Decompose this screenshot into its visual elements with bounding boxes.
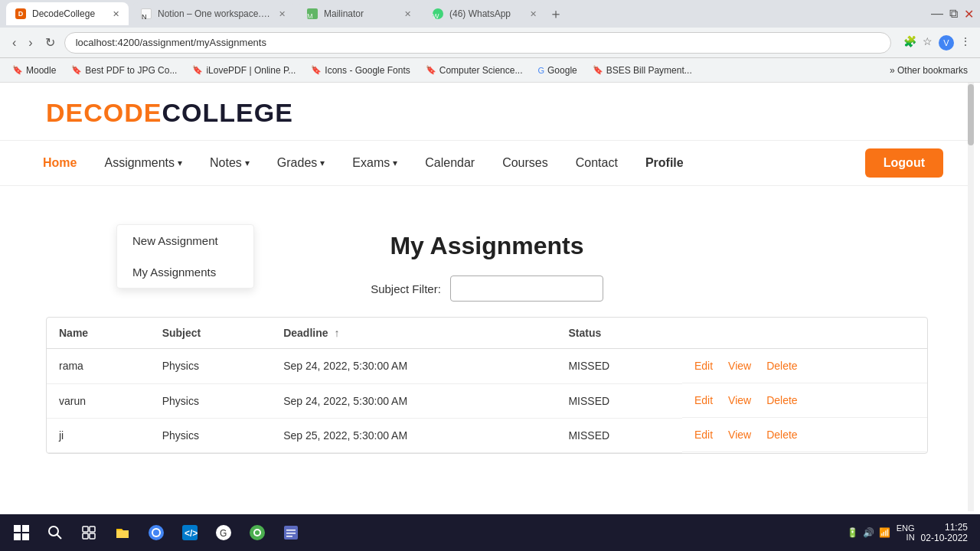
view-button[interactable]: View: [722, 360, 757, 372]
cell-actions: Edit View Delete: [682, 349, 927, 383]
delete-button[interactable]: Delete: [760, 394, 803, 406]
nav-grades-arrow: ▾: [320, 158, 325, 168]
cell-name: rama: [47, 349, 150, 384]
table-row: varun Physics Sep 24, 2022, 5:30:00 AM M…: [47, 383, 927, 418]
bookmark-cs-icon: 🔖: [426, 65, 436, 75]
taskbar-clock[interactable]: 11:25 02-10-2022: [921, 522, 968, 543]
nav-contact[interactable]: Contact: [564, 150, 630, 176]
taskbar-chrome-green[interactable]: [242, 517, 273, 548]
browser-tab-3[interactable]: M Mailinator ✕: [298, 2, 420, 25]
logo: DECODE COLLEGE: [46, 98, 928, 128]
taskbar: </> G: [0, 514, 980, 551]
table-row: rama Physics Sep 24, 2022, 5:30:00 AM MI…: [47, 349, 927, 384]
taskbar-vscode[interactable]: </>: [175, 517, 205, 548]
taskbar-sys-icons: 🔋 🔊 📶: [847, 527, 890, 538]
browser-tab-1-close[interactable]: ✕: [113, 9, 119, 19]
browser-tab-4-title: (46) WhatsApp: [449, 8, 511, 19]
nav-notes[interactable]: Notes ▾: [198, 150, 262, 176]
taskbar-notes[interactable]: [276, 517, 306, 548]
menu-icon[interactable]: ⋮: [960, 35, 971, 51]
edit-button[interactable]: Edit: [688, 394, 719, 406]
logo-college: COLLEGE: [162, 98, 292, 128]
nav-home[interactable]: Home: [31, 150, 89, 176]
cell-name: ji: [47, 418, 150, 452]
bookmark-icon[interactable]: ☆: [923, 35, 933, 51]
bookmark-pdf[interactable]: 🔖 Best PDF to JPG Co...: [65, 64, 183, 77]
nav-assignments-arrow: ▾: [178, 158, 182, 168]
address-bar-row: ‹ › ↻ localhost:4200/assignment/myAssign…: [0, 28, 980, 58]
battery-icon: 🔋: [847, 527, 858, 538]
taskbar-chrome[interactable]: [141, 517, 172, 548]
nav-courses[interactable]: Courses: [490, 150, 560, 176]
svg-rect-23: [286, 536, 292, 537]
delete-button[interactable]: Delete: [760, 360, 803, 372]
svg-point-19: [255, 530, 260, 535]
bookmark-icons-icon: 🔖: [311, 65, 322, 75]
close-icon[interactable]: ✕: [964, 7, 974, 21]
cell-deadline: Sep 24, 2022, 5:30:00 AM: [271, 349, 556, 384]
svg-rect-22: [286, 533, 296, 534]
taskbar-files[interactable]: [107, 517, 138, 548]
edit-button[interactable]: Edit: [688, 429, 719, 441]
dropdown-my-assignments[interactable]: My Assignments: [117, 256, 253, 288]
nav-calendar[interactable]: Calendar: [413, 150, 487, 176]
profile-avatar[interactable]: V: [939, 35, 954, 51]
svg-rect-7: [90, 527, 95, 532]
edit-button[interactable]: Edit: [688, 360, 719, 372]
extensions-icon[interactable]: 🧩: [903, 35, 916, 51]
assignments-dropdown: New Assignment My Assignments: [116, 224, 254, 289]
new-tab-button[interactable]: ＋: [549, 5, 563, 23]
cell-deadline: Sep 25, 2022, 5:30:00 AM: [271, 418, 556, 452]
forward-button[interactable]: ›: [25, 33, 35, 53]
cell-name: varun: [47, 383, 150, 418]
start-button[interactable]: [6, 517, 37, 548]
cell-subject: Physics: [150, 349, 272, 384]
scrollbar[interactable]: [968, 83, 974, 511]
sort-arrow-icon: ↑: [334, 327, 339, 339]
bookmark-moodle-label: Moodle: [26, 65, 56, 76]
address-text: localhost:4200/assignment/myAssignments: [76, 37, 266, 48]
back-button[interactable]: ‹: [9, 33, 19, 53]
taskbar-datetime[interactable]: ENG IN: [897, 523, 915, 542]
minimize-icon[interactable]: —: [931, 7, 943, 21]
dropdown-new-assignment[interactable]: New Assignment: [117, 225, 253, 256]
nav-assignments[interactable]: Assignments ▾: [92, 150, 194, 176]
col-status: Status: [556, 318, 682, 349]
view-button[interactable]: View: [722, 429, 757, 441]
nav-grades[interactable]: Grades ▾: [265, 150, 337, 176]
delete-button[interactable]: Delete: [760, 429, 803, 441]
bookmark-ilovepdf[interactable]: 🔖 iLovePDF | Online P...: [186, 64, 302, 77]
bookmark-bses[interactable]: 🔖 BSES Bill Payment...: [586, 64, 698, 77]
address-input[interactable]: localhost:4200/assignment/myAssignments: [64, 32, 891, 54]
bookmark-icons[interactable]: 🔖 Icons - Google Fonts: [305, 64, 416, 77]
nav-profile[interactable]: Profile: [633, 150, 696, 176]
nav-notes-label: Notes: [210, 156, 242, 170]
logout-button[interactable]: Logout: [865, 148, 943, 178]
browser-tab-2[interactable]: N Notion – One workspace. Every... ✕: [132, 2, 295, 25]
wifi-icon: 📶: [879, 527, 890, 538]
browser-tab-1[interactable]: D DecodeCollege ✕: [6, 2, 129, 25]
scrollbar-thumb[interactable]: [968, 84, 974, 145]
view-button[interactable]: View: [722, 394, 757, 406]
bookmark-other-label: » Other bookmarks: [890, 65, 968, 76]
reload-button[interactable]: ↻: [42, 32, 58, 53]
browser-tab-3-close[interactable]: ✕: [404, 9, 411, 19]
bookmark-moodle[interactable]: 🔖 Moodle: [6, 64, 62, 77]
nav-exams[interactable]: Exams ▾: [340, 150, 410, 176]
browser-tab-4[interactable]: W (46) WhatsApp ✕: [423, 2, 546, 25]
taskbar-github[interactable]: G: [208, 517, 239, 548]
taskbar-search[interactable]: [40, 517, 70, 548]
restore-icon[interactable]: ⧉: [949, 7, 958, 21]
browser-tab-4-close[interactable]: ✕: [530, 9, 537, 19]
bookmark-cs[interactable]: 🔖 Computer Science...: [420, 64, 529, 77]
nav-notes-arrow: ▾: [245, 158, 250, 168]
bookmark-google[interactable]: G Google: [531, 64, 583, 77]
subject-filter-input[interactable]: [450, 276, 603, 302]
cell-subject: Physics: [150, 383, 272, 418]
taskbar-taskview[interactable]: [74, 517, 104, 548]
bookmark-other[interactable]: » Other bookmarks: [884, 64, 974, 77]
col-deadline[interactable]: Deadline ↑: [271, 318, 556, 349]
browser-tab-2-close[interactable]: ✕: [279, 9, 286, 19]
cell-subject: Physics: [150, 418, 272, 452]
svg-point-12: [153, 530, 159, 536]
